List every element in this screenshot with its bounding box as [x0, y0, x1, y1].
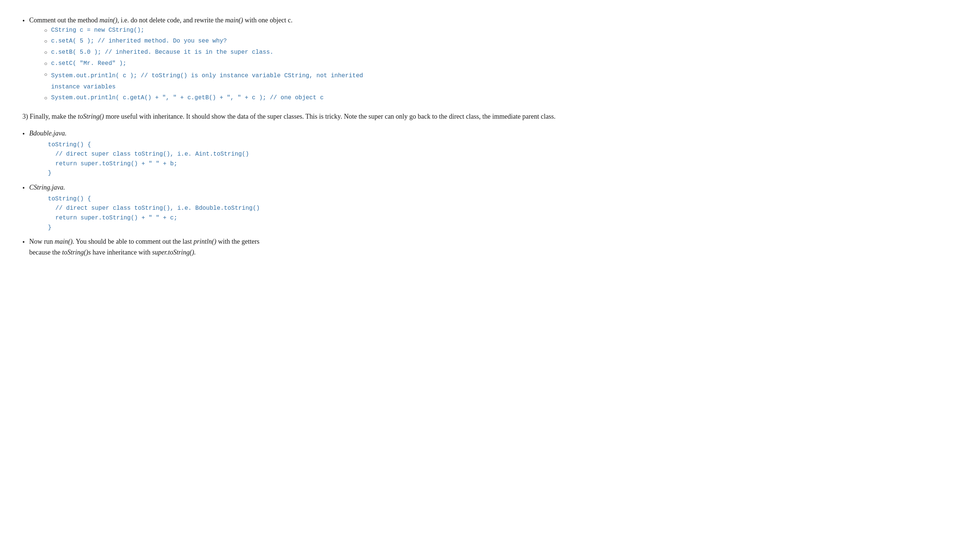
bdouble-code-3: return super.toString() + " " + b; [48, 159, 249, 169]
code-line-1: CString c = new CString(); [51, 26, 145, 35]
sub-bullet-2: ○ c.setA( 5 ); // inherited method. Do y… [44, 37, 363, 46]
sub-bullet-5-content: System.out.println( c ); // toString() i… [51, 70, 363, 92]
section-3-prose: 3) Finally, make the toString() more use… [22, 113, 555, 120]
code-line-3: c.setB( 5.0 ); // inherited. Because it … [51, 48, 274, 57]
run-main-content: Now run main(). You should be able to co… [29, 236, 259, 258]
sub-dot-2: ○ [44, 37, 47, 46]
code-line-4: c.setC( "Mr. Reed" ); [51, 59, 127, 69]
cstring-italic: CString.java. [29, 184, 65, 191]
cstring-dot: • [22, 183, 25, 194]
sub-dot-3: ○ [44, 49, 47, 57]
cstring-label: CString.java. [29, 184, 65, 191]
code-line-5b: instance variables [51, 84, 116, 90]
bdouble-code-2: // direct super class toString(), i.e. A… [48, 150, 249, 159]
tostring-italic-1: toString() [78, 113, 104, 120]
sub-dot-6: ○ [44, 94, 47, 102]
bullet-dot-1: • [22, 16, 25, 27]
code-line-5a: System.out.println( c ); // toString() i… [51, 72, 363, 79]
bdouble-code-1: toString() { [48, 140, 249, 150]
cstring-code-1: toString() { [48, 194, 259, 204]
bdouble-code-4: } [48, 169, 249, 178]
bullet-1-prose: Comment out the method main(), i.e. do n… [29, 16, 293, 24]
section-3-header: 3) Finally, make the toString() more use… [22, 111, 919, 122]
tostring-italic-s: toString()s [62, 249, 91, 256]
run-main-line1: Now run main(). You should be able to co… [29, 236, 259, 247]
sub-bullet-5: ○ System.out.println( c ); // toString()… [44, 70, 363, 92]
cstring-content: CString.java. toString() { // direct sup… [29, 182, 259, 234]
sub-bullet-4: ○ c.setC( "Mr. Reed" ); [44, 59, 363, 69]
bdouble-label: Bdouble.java. [29, 130, 67, 137]
sub-bullet-1: ○ CString c = new CString(); [44, 26, 363, 35]
cstring-code-section: toString() { // direct super class toStr… [48, 194, 259, 233]
super-tostring-italic: super.toString(). [152, 249, 196, 256]
sub-bullet-6: ○ System.out.println( c.getA() + ", " + … [44, 93, 363, 103]
cstring-code-2: // direct super class toString(), i.e. B… [48, 204, 259, 213]
sub-dot-4: ○ [44, 60, 47, 68]
main-italic-2: main() [225, 16, 243, 24]
bdouble-bullet: • Bdouble.java. toString() { // direct s… [22, 128, 919, 180]
bdouble-code-section: toString() { // direct super class toStr… [48, 140, 249, 178]
bdouble-dot: • [22, 129, 25, 140]
main-italic-run: main(). [54, 238, 74, 245]
sub-bullet-3: ○ c.setB( 5.0 ); // inherited. Because i… [44, 48, 363, 57]
bullet-1-text: Comment out the method main(), i.e. do n… [29, 15, 363, 105]
main-italic-1: main() [99, 16, 117, 24]
sub-dot-5: ○ [44, 71, 47, 79]
code-line-6: System.out.println( c.getA() + ", " + c.… [51, 93, 324, 103]
println-italic: println() [194, 238, 216, 245]
cstring-code-3: return super.toString() + " " + c; [48, 213, 259, 223]
code-line-2: c.setA( 5 ); // inherited method. Do you… [51, 37, 227, 46]
main-content: • Comment out the method main(), i.e. do… [22, 15, 919, 258]
bdouble-content: Bdouble.java. toString() { // direct sup… [29, 128, 249, 180]
cstring-code-4: } [48, 223, 259, 233]
cstring-bullet: • CString.java. toString() { // direct s… [22, 182, 919, 234]
run-main-bullet: • Now run main(). You should be able to … [22, 236, 919, 258]
bullet-item-1: • Comment out the method main(), i.e. do… [22, 15, 919, 105]
sub-dot-1: ○ [44, 27, 47, 35]
bdouble-italic: Bdouble.java. [29, 130, 67, 137]
run-main-line2: because the toString()s have inheritance… [29, 247, 259, 258]
run-main-dot: • [22, 237, 25, 248]
